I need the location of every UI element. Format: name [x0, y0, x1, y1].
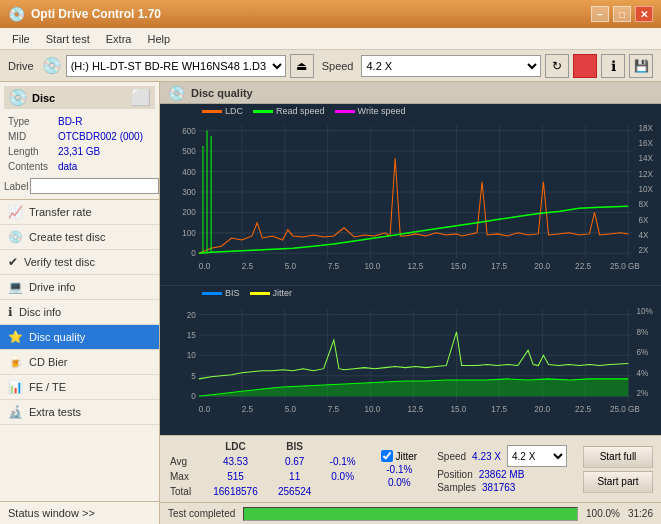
jitter-checkbox[interactable] — [381, 450, 393, 462]
disc-panel: 💿 Disc ⬜ Type BD-R MID OTCBDR002 (000) L… — [0, 82, 159, 200]
svg-text:20.0: 20.0 — [534, 262, 550, 271]
svg-text:5.0: 5.0 — [285, 262, 297, 271]
maximize-button[interactable]: □ — [613, 6, 631, 22]
mid-label: MID — [6, 130, 54, 143]
nav-label-drive-info: Drive info — [29, 281, 75, 293]
samples-value: 381763 — [482, 482, 515, 493]
nav-label-create-test-disc: Create test disc — [29, 231, 105, 243]
svg-text:400: 400 — [182, 168, 196, 177]
info-button[interactable]: ℹ — [601, 54, 625, 78]
svg-text:12.5: 12.5 — [407, 405, 423, 414]
svg-text:7.5: 7.5 — [328, 262, 340, 271]
type-label: Type — [6, 115, 54, 128]
jitter-label: Jitter — [395, 451, 417, 462]
fe-te-icon: 📊 — [8, 380, 23, 394]
position-value: 23862 MB — [479, 469, 525, 480]
refresh-button[interactable]: ↻ — [545, 54, 569, 78]
sidebar-item-fe-te[interactable]: 📊 FE / TE — [0, 375, 159, 400]
svg-text:300: 300 — [182, 188, 196, 197]
status-window-label: Status window >> — [8, 507, 95, 519]
svg-text:4X: 4X — [639, 231, 650, 240]
svg-text:25.0 GB: 25.0 GB — [610, 262, 640, 271]
sidebar-item-cd-bier[interactable]: 🍺 CD Bier — [0, 350, 159, 375]
sidebar-item-create-test-disc[interactable]: 💿 Create test disc — [0, 225, 159, 250]
contents-value: data — [56, 160, 153, 173]
svg-text:2.5: 2.5 — [242, 262, 254, 271]
sidebar-item-disc-quality[interactable]: ⭐ Disc quality — [0, 325, 159, 350]
speed-dropdown[interactable]: 4.2 X 1.0 X 2.0 X 8.0 X Max — [507, 445, 567, 467]
nav-label-verify-test-disc: Verify test disc — [24, 256, 95, 268]
speed-select-toolbar[interactable]: 4.2 X — [361, 55, 541, 77]
svg-text:20.0: 20.0 — [534, 405, 550, 414]
sidebar-item-disc-info[interactable]: ℹ Disc info — [0, 300, 159, 325]
total-label: Total — [166, 485, 201, 498]
svg-text:10X: 10X — [639, 185, 654, 194]
svg-text:8%: 8% — [636, 328, 648, 337]
progress-area: Test completed 100.0% 31:26 — [160, 502, 661, 524]
samples-row: Samples 381763 — [437, 482, 567, 493]
menu-file[interactable]: File — [4, 31, 38, 47]
svg-text:10.0: 10.0 — [364, 405, 380, 414]
progress-bar — [244, 508, 577, 520]
sidebar-item-transfer-rate[interactable]: 📈 Transfer rate — [0, 200, 159, 225]
svg-text:5: 5 — [191, 372, 196, 381]
status-window-button[interactable]: Status window >> — [0, 501, 159, 524]
svg-text:5.0: 5.0 — [285, 405, 297, 414]
content-area: 💿 Disc quality LDC Read speed — [160, 82, 661, 524]
nav-label-disc-quality: Disc quality — [29, 331, 85, 343]
save-button[interactable]: 💾 — [629, 54, 653, 78]
drive-info-icon: 💻 — [8, 280, 23, 294]
menu-extra[interactable]: Extra — [98, 31, 140, 47]
svg-text:20: 20 — [187, 311, 197, 320]
svg-text:100: 100 — [182, 229, 196, 238]
col-header-empty2 — [322, 440, 364, 453]
max-bis: 11 — [269, 470, 319, 483]
speed-row: Speed 4.23 X 4.2 X 1.0 X 2.0 X 8.0 X Max — [437, 445, 567, 467]
sidebar-item-drive-info[interactable]: 💻 Drive info — [0, 275, 159, 300]
red-button[interactable] — [573, 54, 597, 78]
total-jitter — [322, 485, 364, 498]
menu-help[interactable]: Help — [139, 31, 178, 47]
disc-quality-header-icon: 💿 — [168, 85, 185, 101]
svg-text:15.0: 15.0 — [450, 405, 466, 414]
drive-select[interactable]: (H:) HL-DT-ST BD-RE WH16NS48 1.D3 — [66, 55, 286, 77]
stats-bar: LDC BIS Avg 43.53 0.67 -0.1% — [160, 435, 661, 502]
minimize-button[interactable]: − — [591, 6, 609, 22]
position-label: Position — [437, 469, 473, 480]
start-full-button[interactable]: Start full — [583, 446, 653, 468]
eject-button[interactable]: ⏏ — [290, 54, 314, 78]
jitter-max-val: 0.0% — [388, 477, 411, 488]
legend-bis: BIS — [202, 288, 240, 298]
svg-text:2X: 2X — [639, 246, 650, 255]
close-button[interactable]: ✕ — [635, 6, 653, 22]
speed-position-area: Speed 4.23 X 4.2 X 1.0 X 2.0 X 8.0 X Max… — [433, 438, 571, 500]
svg-text:10%: 10% — [636, 308, 652, 317]
transfer-rate-icon: 📈 — [8, 205, 23, 219]
start-part-button[interactable]: Start part — [583, 471, 653, 493]
label-row: Label 🔍 — [4, 177, 155, 195]
label-input[interactable] — [30, 178, 159, 194]
length-label: Length — [6, 145, 54, 158]
svg-text:0: 0 — [191, 249, 196, 258]
col-header-ldc: LDC — [203, 440, 267, 453]
buttons-area: Start full Start part — [579, 438, 657, 500]
svg-text:17.5: 17.5 — [491, 262, 507, 271]
create-test-disc-icon: 💿 — [8, 230, 23, 244]
disc-icon: 💿 — [8, 88, 28, 107]
sidebar-item-verify-test-disc[interactable]: ✔ Verify test disc — [0, 250, 159, 275]
title-bar: 💿 Opti Drive Control 1.70 − □ ✕ — [0, 0, 661, 28]
stats-row-avg: Avg 43.53 0.67 -0.1% — [166, 455, 363, 468]
jitter-avg-val: -0.1% — [386, 464, 412, 475]
menu-start-test[interactable]: Start test — [38, 31, 98, 47]
stats-table-area: LDC BIS Avg 43.53 0.67 -0.1% — [164, 438, 365, 500]
legend-jitter: Jitter — [250, 288, 293, 298]
disc-panel-title: Disc — [32, 92, 55, 104]
svg-text:15: 15 — [187, 331, 197, 340]
samples-label: Samples — [437, 482, 476, 493]
col-header-empty — [166, 440, 201, 453]
svg-text:22.5: 22.5 — [575, 262, 591, 271]
extra-tests-icon: 🔬 — [8, 405, 23, 419]
disc-quality-icon: ⭐ — [8, 330, 23, 344]
sidebar-item-extra-tests[interactable]: 🔬 Extra tests — [0, 400, 159, 425]
avg-bis: 0.67 — [269, 455, 319, 468]
